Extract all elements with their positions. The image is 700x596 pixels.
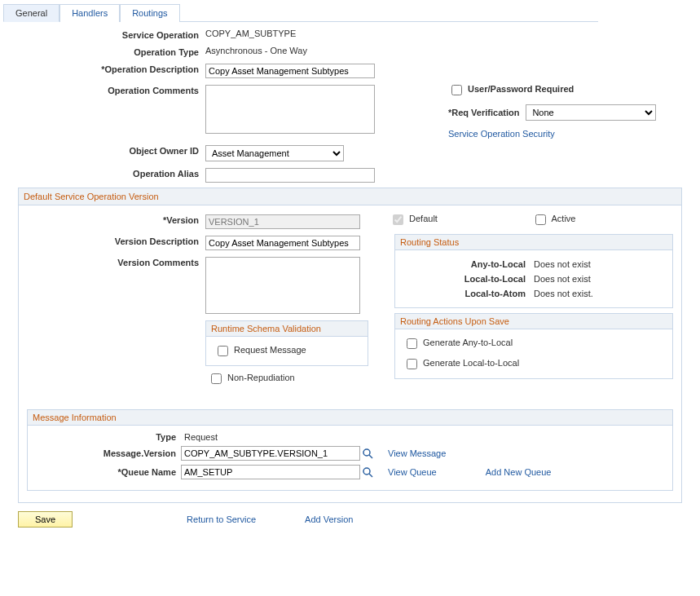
request-message-checkbox[interactable]: [218, 346, 228, 356]
add-version-link[interactable]: Add Version: [305, 514, 353, 524]
service-operation-security-link[interactable]: Service Operation Security: [448, 129, 555, 139]
operation-description-input[interactable]: [205, 64, 375, 78]
save-button[interactable]: Save: [18, 511, 73, 528]
routing-status-title: Routing Status: [395, 235, 672, 250]
user-password-required-label: User/Password Required: [468, 84, 574, 94]
lookup-icon[interactable]: [362, 466, 373, 478]
local-to-local-value: Does not exist: [534, 274, 591, 284]
view-message-link[interactable]: View Message: [388, 448, 446, 458]
operation-description-label: *Operation Description: [3, 61, 205, 74]
req-verification-label: *Req Verification: [448, 108, 519, 117]
generate-any-to-local-label: Generate Any-to-Local: [423, 338, 513, 347]
user-password-required-checkbox[interactable]: [451, 85, 462, 95]
version-label: *Version: [22, 212, 205, 225]
message-info-section: Message Information Type Request Message…: [27, 409, 673, 491]
runtime-schema-title: Runtime Schema Validation: [206, 321, 368, 337]
generate-local-to-local-checkbox[interactable]: [407, 359, 417, 369]
request-message-label: Request Message: [234, 345, 306, 355]
operation-comments-label: Operation Comments: [3, 82, 205, 95]
active-label: Active: [552, 214, 576, 223]
type-label: Type: [36, 432, 181, 442]
any-to-local-label: Any-to-Local: [403, 259, 534, 269]
return-to-service-link[interactable]: Return to Service: [187, 514, 256, 524]
tab-handlers[interactable]: Handlers: [59, 4, 120, 22]
lookup-icon[interactable]: [362, 448, 373, 459]
add-new-queue-link[interactable]: Add New Queue: [486, 467, 552, 477]
tab-routings[interactable]: Routings: [120, 4, 179, 22]
runtime-schema-section: Runtime Schema Validation Request Messag…: [205, 320, 368, 366]
message-info-title: Message Information: [28, 410, 672, 426]
routing-status-section: Routing Status Any-to-Local Does not exi…: [394, 234, 673, 308]
version-section: Default Service Operation Version *Versi…: [18, 188, 682, 503]
queue-name-input[interactable]: [181, 465, 360, 479]
operation-type-value: Asynchronous - One Way: [205, 44, 307, 57]
object-owner-id-label: Object Owner ID: [3, 143, 205, 156]
svg-line-1: [369, 455, 372, 458]
type-value: Request: [181, 432, 218, 442]
operation-comments-textarea[interactable]: [205, 85, 375, 134]
any-to-local-value: Does not exist: [534, 259, 591, 269]
non-repudiation-checkbox[interactable]: [211, 373, 222, 384]
generate-local-to-local-label: Generate Local-to-Local: [423, 358, 519, 368]
routing-actions-title: Routing Actions Upon Save: [395, 314, 672, 329]
svg-line-3: [369, 474, 372, 477]
version-description-label: Version Description: [22, 233, 205, 246]
local-to-atom-label: Local-to-Atom: [403, 289, 534, 298]
default-checkbox: [393, 214, 403, 225]
version-comments-label: Version Comments: [22, 254, 205, 267]
generate-any-to-local-checkbox[interactable]: [407, 338, 417, 349]
view-queue-link[interactable]: View Queue: [388, 467, 437, 477]
req-verification-select[interactable]: None: [526, 104, 656, 121]
operation-type-label: Operation Type: [3, 44, 205, 57]
version-section-title: Default Service Operation Version: [19, 188, 681, 205]
tab-bar: General Handlers Routings: [3, 3, 598, 22]
operation-alias-label: Operation Alias: [3, 166, 205, 179]
non-repudiation-label: Non-Repudiation: [227, 373, 295, 382]
version-input: [205, 214, 360, 229]
routing-actions-section: Routing Actions Upon Save Generate Any-t…: [394, 313, 673, 379]
active-checkbox[interactable]: [535, 214, 546, 225]
queue-name-label: *Queue Name: [36, 467, 181, 477]
local-to-atom-value: Does not exist.: [534, 289, 593, 298]
version-comments-textarea[interactable]: [205, 257, 360, 314]
message-version-input[interactable]: [181, 446, 360, 461]
service-operation-label: Service Operation: [3, 27, 205, 40]
message-version-label: Message.Version: [36, 448, 181, 458]
default-label: Default: [409, 214, 438, 223]
operation-alias-input[interactable]: [205, 168, 375, 183]
service-operation-value: COPY_AM_SUBTYPE: [205, 27, 296, 40]
tab-general[interactable]: General: [3, 4, 59, 22]
object-owner-id-select[interactable]: Asset Management: [205, 145, 344, 161]
version-description-input[interactable]: [205, 236, 360, 250]
local-to-local-label: Local-to-Local: [403, 274, 534, 284]
svg-point-2: [363, 468, 370, 475]
svg-point-0: [363, 449, 370, 456]
